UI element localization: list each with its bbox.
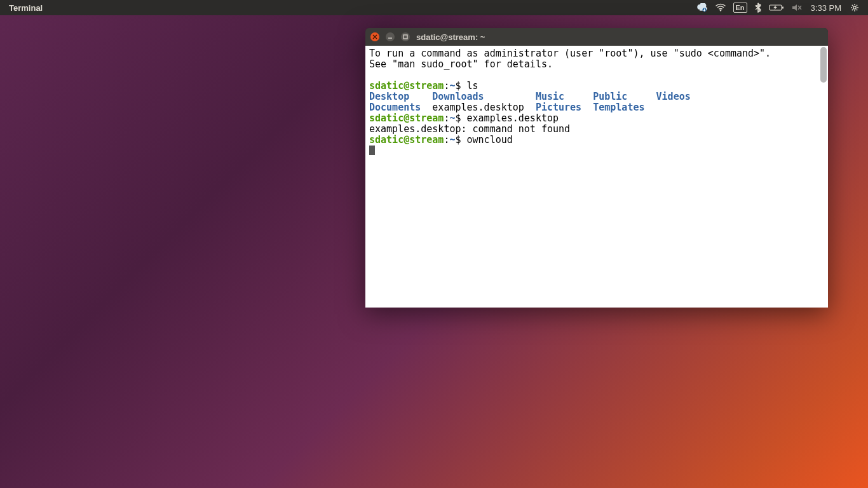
ls-templates: Templates [593,102,644,113]
clock[interactable]: 3:33 PM [806,3,846,13]
terminal-scrollbar-thumb[interactable] [820,47,827,83]
volume-muted-icon[interactable] [788,0,806,15]
svg-rect-5 [403,35,407,39]
window-minimize-button[interactable] [386,32,395,41]
prompt-dollar: $ [455,112,466,124]
window-maximize-button[interactable] [401,32,410,41]
prompt-user: sdatic@stream [369,134,444,146]
ls-public: Public [593,91,627,102]
error-not-found: examples.desktop: command not found [369,123,570,135]
terminal-cursor [369,146,375,155]
ls-examples: examples.desktop [432,102,524,113]
battery-icon[interactable] [765,0,788,15]
language-indicator[interactable]: En [729,0,751,15]
wifi-icon[interactable] [712,0,729,15]
window-titlebar[interactable]: sdatic@stream: ~ [365,28,828,46]
system-gear-icon[interactable] [846,0,863,15]
terminal-window: sdatic@stream: ~ To run a command as adm… [365,28,828,308]
prompt-user: sdatic@stream [369,80,444,92]
command-ls: ls [467,80,478,92]
command-owncloud: owncloud [467,134,513,146]
window-title: sdatic@stream: ~ [416,32,485,42]
prompt-user: sdatic@stream [369,112,444,124]
language-label: En [733,3,747,13]
window-close-button[interactable] [370,32,379,41]
ls-videos: Videos [656,91,691,102]
ls-music: Music [536,91,564,102]
motd-line-1: To run a command as administrator (user … [369,48,771,59]
svg-point-4 [853,6,856,9]
owncloud-indicator-icon[interactable] [693,0,712,15]
terminal-content[interactable]: To run a command as administrator (user … [365,46,828,308]
prompt-dollar: $ [455,80,466,92]
top-menubar: Terminal En 3: [0,0,868,15]
svg-rect-3 [782,7,783,9]
ls-documents: Documents [369,102,421,113]
ls-pictures: Pictures [536,102,581,113]
prompt-dollar: $ [455,134,466,146]
motd-line-2: See "man sudo_root" for details. [369,58,553,70]
svg-point-1 [719,10,721,11]
ls-desktop: Desktop [369,91,409,102]
bluetooth-icon[interactable] [751,0,765,15]
active-app-label: Terminal [9,3,43,13]
command-examples: examples.desktop [467,112,559,124]
ls-downloads: Downloads [432,91,484,102]
